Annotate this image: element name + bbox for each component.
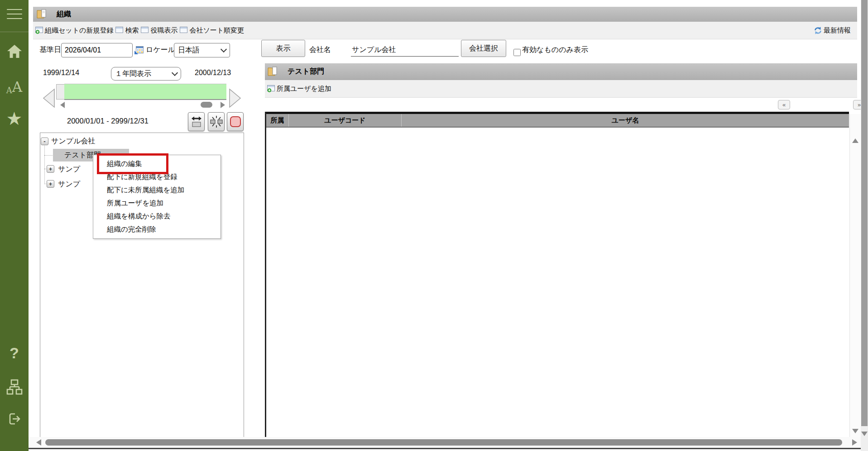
timeline-scroll-thumb[interactable] [201, 102, 212, 108]
base-date-label: 基準日 [39, 45, 61, 55]
new-org-set-button[interactable]: 組織セットの新規登録 [35, 26, 113, 35]
window-add-icon [267, 85, 275, 92]
favorites-star-icon[interactable]: ★ [0, 109, 29, 128]
search-label: 検索 [125, 26, 139, 35]
locale-value: 日本語 [178, 46, 200, 55]
detail-scroll-up-icon[interactable] [852, 138, 858, 143]
menu-icon[interactable] [0, 7, 29, 21]
menu-item-remove-org[interactable]: 組織を構成から除去 [93, 210, 221, 223]
add-user-label: 所属ユーザを追加 [277, 85, 331, 93]
company-name-value: サンプル会社 [352, 45, 396, 55]
page-scroll-down-icon[interactable] [861, 432, 868, 436]
show-button[interactable]: 表示 [261, 40, 305, 57]
hscroll-left-icon[interactable] [36, 439, 41, 446]
window-icon [115, 27, 124, 34]
sidebar-divider [0, 32, 29, 32]
window-icon [141, 27, 149, 34]
bottom-border [29, 448, 861, 449]
locale-label: ロケール [146, 45, 175, 55]
window-icon [180, 27, 188, 34]
active-only-checkbox[interactable] [513, 49, 521, 56]
user-table-header: 所属 ユーザコード ユーザ名 [266, 114, 849, 128]
folder-icon [37, 8, 47, 21]
timeline-range-value: １年間表示 [115, 69, 151, 79]
timeline-prev-arrow[interactable] [42, 88, 56, 110]
stop-button[interactable] [227, 112, 244, 131]
font-small-letter: A [6, 85, 12, 95]
window-add-icon [35, 27, 43, 34]
font-size-icon[interactable]: AA [0, 77, 29, 95]
locale-select[interactable]: 日本語 [174, 43, 230, 57]
app-window: AA ★ ? 組織 組織セットの新規登録 [0, 0, 868, 451]
hscroll-thumb[interactable] [45, 439, 842, 446]
logout-icon[interactable] [0, 410, 29, 428]
user-table-body [266, 128, 849, 438]
highlight-annotation-box [97, 153, 168, 174]
collapse-burst-icon [210, 115, 223, 128]
tree-expand-toggle[interactable]: + [47, 180, 54, 188]
tree-node-root[interactable]: サンプル会社 [51, 137, 96, 146]
col-user-name[interactable]: ユーザ名 [402, 114, 849, 127]
org-chart-icon[interactable] [0, 378, 29, 396]
page-title: 組織 [57, 9, 71, 19]
tree-expand-toggle[interactable]: + [47, 165, 54, 173]
company-name-label: 会社名 [309, 45, 331, 55]
page-titlebar: 組織 [33, 7, 857, 22]
col-user-code[interactable]: ユーザコード [289, 114, 402, 127]
collapse-panel-button[interactable]: « [778, 100, 790, 109]
font-large-letter: A [12, 79, 22, 95]
menu-item-delete-org[interactable]: 組織の完全削除 [93, 223, 221, 236]
calendar-icon[interactable] [134, 45, 144, 56]
detail-toolbar: 所属ユーザを追加 [265, 80, 857, 98]
show-positions-label: 役職表示 [150, 26, 177, 35]
selected-period: 2000/01/01 - 2999/12/31 [67, 117, 149, 125]
timeline-green-range[interactable] [64, 84, 226, 100]
company-sort-label: 会社ソート順変更 [189, 26, 244, 35]
star-glyph: ★ [6, 108, 23, 129]
chevron-down-icon [172, 70, 178, 76]
detail-titlebar: テスト部門 [265, 63, 857, 81]
detail-title: テスト部門 [288, 67, 324, 76]
refresh-button[interactable]: 最新情報 [814, 26, 851, 35]
refresh-icon [814, 27, 822, 34]
base-date-input[interactable] [61, 43, 133, 57]
tree-connector [44, 146, 45, 184]
help-icon[interactable]: ? [0, 344, 29, 362]
fit-width-button[interactable] [188, 112, 205, 131]
timeline-range-select[interactable]: １年間表示 [111, 67, 181, 81]
chevron-down-icon [221, 46, 227, 52]
refresh-label: 最新情報 [824, 26, 851, 35]
company-sort-button[interactable]: 会社ソート順変更 [180, 26, 244, 35]
tree-collapse-toggle[interactable]: - [41, 138, 48, 145]
timeline-scroll-right-icon[interactable] [221, 102, 225, 108]
help-glyph: ? [10, 344, 19, 362]
show-positions-button[interactable]: 役職表示 [141, 26, 177, 35]
collapse-nodes-button[interactable] [208, 112, 225, 131]
hscroll-right-icon[interactable] [852, 439, 857, 446]
sidebar: AA ★ ? [0, 0, 29, 451]
add-user-button[interactable]: 所属ユーザを追加 [267, 85, 331, 93]
page-vscroll-thumb[interactable] [861, 0, 868, 426]
active-only-label: 有効なもののみ表示 [522, 45, 588, 55]
tree-node-2[interactable]: サンプ [58, 165, 80, 174]
fit-width-icon [191, 115, 202, 128]
main-toolbar: 組織セットの新規登録 検索 役職表示 会社ソート順変更 最新情報 [33, 22, 857, 39]
red-square-icon [229, 115, 242, 128]
tree-node-3[interactable]: サンプ [58, 180, 80, 189]
timeline-end-date: 2000/12/13 [195, 69, 231, 77]
detail-vscroll-track[interactable] [849, 114, 861, 438]
detail-scroll-down-icon[interactable] [852, 429, 858, 433]
timeline-scroll-left-icon[interactable] [60, 102, 65, 108]
new-org-set-label: 組織セットの新規登録 [45, 26, 113, 35]
menu-item-add-unaffiliated-org[interactable]: 配下に未所属組織を追加 [93, 184, 221, 197]
page-vscroll-track[interactable] [861, 0, 868, 451]
timeline-next-arrow[interactable] [228, 88, 242, 110]
company-select-button[interactable]: 会社選択 [461, 40, 506, 57]
col-affiliation[interactable]: 所属 [266, 114, 289, 127]
company-name-underline [351, 56, 459, 57]
menu-item-add-user[interactable]: 所属ユーザを追加 [93, 197, 221, 210]
search-button[interactable]: 検索 [115, 26, 139, 35]
home-icon[interactable] [0, 43, 29, 60]
timeline-left-handle[interactable] [56, 84, 65, 100]
timeline-start-date: 1999/12/14 [43, 69, 79, 77]
